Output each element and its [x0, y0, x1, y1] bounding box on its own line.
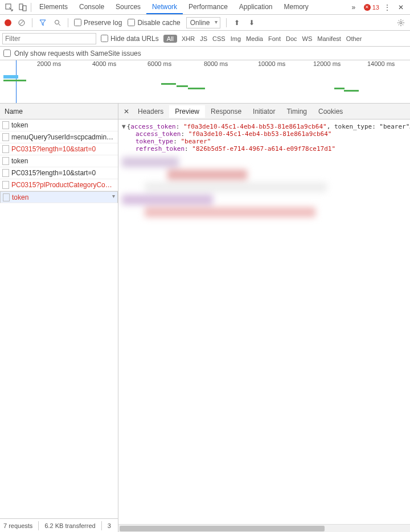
request-list: tokenmenuQuery?userId=scpcadmin…PC0315?l…: [0, 119, 118, 518]
preview-header-line: ▼{access_token: "f0a3de10-45c1-4eb4-bb53…: [122, 123, 410, 130]
detail-tab-initiator[interactable]: Initiator: [247, 105, 281, 118]
file-icon: [2, 169, 9, 177]
disable-cache-checkbox[interactable]: Disable cache: [128, 19, 180, 27]
error-indicator[interactable]: ✕13: [364, 4, 379, 11]
main-split: Name tokenmenuQuery?userId=scpcadmin…PC0…: [0, 104, 410, 532]
timeline-mark: 6000 ms: [147, 60, 171, 67]
tab-memory[interactable]: Memory: [278, 1, 314, 14]
detail-tab-timing[interactable]: Timing: [281, 105, 313, 118]
detail-tab-cookies[interactable]: Cookies: [313, 105, 348, 118]
filter-input[interactable]: [2, 33, 96, 44]
filter-type-img[interactable]: Img: [231, 35, 241, 42]
hide-data-urls-checkbox[interactable]: Hide data URLs: [101, 35, 159, 43]
separator: [68, 18, 68, 27]
throttling-select[interactable]: Online: [186, 17, 221, 28]
svg-line-6: [59, 24, 60, 26]
request-row[interactable]: token: [0, 191, 118, 203]
device-toggle-icon[interactable]: [17, 2, 28, 13]
preview-rows: access_token: "f0a3de10-45c1-4eb4-bb53-8…: [122, 130, 410, 152]
detail-tabs: ✕ HeadersPreviewResponseInitiatorTimingC…: [118, 104, 410, 119]
scrollbar-thumb[interactable]: [120, 526, 325, 531]
clear-icon[interactable]: [17, 18, 26, 27]
tab-elements[interactable]: Elements: [34, 1, 73, 14]
separator: [31, 3, 31, 12]
json-value: "826b5d5f-e714-4967-a614-e09f78ce17d1": [192, 145, 335, 152]
disable-cache-label: Disable cache: [137, 19, 180, 27]
filter-type-xhr[interactable]: XHR: [182, 35, 195, 42]
samesite-label: Only show requests with SameSite issues: [14, 50, 141, 57]
tab-application[interactable]: Application: [233, 1, 278, 14]
preserve-log-label: Preserve log: [84, 19, 122, 27]
filter-type-js[interactable]: JS: [200, 35, 207, 42]
upload-icon[interactable]: ⬆: [232, 18, 241, 27]
status-extra: 3: [108, 522, 111, 529]
request-row[interactable]: menuQuery?userId=scpcadmin…: [0, 131, 118, 143]
gear-icon[interactable]: [396, 18, 405, 27]
devtools-panel-tabs: ElementsConsoleSourcesNetworkPerformance…: [34, 1, 346, 14]
timeline-mark: 2000 ms: [37, 60, 61, 67]
devtools-top-bar: ElementsConsoleSourcesNetworkPerformance…: [0, 0, 410, 15]
filter-type-font[interactable]: Font: [268, 35, 281, 42]
status-transferred: 6.2 KB transferred: [44, 522, 95, 529]
more-tabs-icon[interactable]: »: [348, 2, 359, 13]
close-icon[interactable]: ✕: [395, 2, 407, 13]
timeline-bar: [344, 90, 359, 92]
network-toolbar: Preserve log Disable cache Online ⬆ ⬇: [0, 15, 410, 31]
timeline-cursor: [16, 60, 17, 103]
request-name: PC0315?length=10&start=0: [11, 145, 96, 153]
json-key: access_token: [136, 130, 181, 138]
inspect-icon[interactable]: [3, 2, 15, 13]
detail-tab-response[interactable]: Response: [205, 105, 247, 118]
file-icon: [2, 145, 9, 153]
kebab-menu-icon[interactable]: ⋮: [382, 2, 393, 13]
file-icon: [2, 181, 9, 189]
filter-bar: Hide data URLs All XHRJSCSSImgMediaFontD…: [0, 31, 410, 47]
detail-tab-headers[interactable]: Headers: [132, 105, 169, 118]
filter-type-media[interactable]: Media: [246, 35, 263, 42]
tab-sources[interactable]: Sources: [110, 1, 146, 14]
tab-console[interactable]: Console: [73, 1, 110, 14]
filter-type-doc[interactable]: Doc: [286, 35, 297, 42]
preview-row: token_type: "bearer": [122, 138, 410, 145]
preserve-log-checkbox[interactable]: Preserve log: [74, 19, 122, 27]
tab-performance[interactable]: Performance: [183, 1, 233, 14]
preview-row: access_token: "f0a3de10-45c1-4eb4-bb53-8…: [122, 130, 410, 138]
request-row[interactable]: PC0315?length=10&start=0: [0, 143, 118, 155]
json-key: access_token: [130, 123, 175, 130]
samesite-checkbox[interactable]: [3, 50, 11, 57]
detail-pane: ✕ HeadersPreviewResponseInitiatorTimingC…: [118, 104, 410, 532]
search-icon[interactable]: [53, 18, 62, 27]
download-icon[interactable]: ⬇: [247, 18, 256, 27]
request-row[interactable]: PC0315?plProductCategoryCod…: [0, 179, 118, 191]
waterfall-timeline[interactable]: 2000 ms4000 ms6000 ms8000 ms10000 ms1200…: [0, 60, 410, 104]
filter-type-other[interactable]: Other: [346, 35, 362, 42]
timeline-mark: 8000 ms: [204, 60, 228, 67]
timeline-mark: 14000 ms: [367, 60, 395, 67]
expand-toggle-icon[interactable]: ▼: [122, 123, 126, 130]
hide-data-urls-label: Hide data URLs: [110, 35, 159, 43]
request-row[interactable]: PC0315?length=10&start=0: [0, 167, 118, 179]
record-button[interactable]: [5, 19, 11, 26]
timeline-bar: [3, 80, 26, 81]
request-row[interactable]: token: [0, 119, 118, 131]
name-column-header[interactable]: Name: [0, 104, 118, 119]
filter-type-ws[interactable]: WS: [302, 35, 313, 42]
request-name: menuQuery?userId=scpcadmin…: [11, 133, 113, 141]
timeline-mark: 10000 ms: [258, 60, 285, 67]
close-detail-icon[interactable]: ✕: [121, 108, 132, 116]
throttling-value: Online: [190, 19, 210, 27]
preview-content[interactable]: ▼{access_token: "f0a3de10-45c1-4eb4-bb53…: [118, 119, 410, 524]
filter-type-css[interactable]: CSS: [212, 35, 226, 42]
json-value: "f0a3de10-45c1-4eb4-bb53-81e861a9cb64": [183, 123, 327, 130]
separator: [32, 18, 32, 27]
detail-tab-preview[interactable]: Preview: [169, 105, 205, 118]
request-row[interactable]: token: [0, 155, 118, 167]
file-icon: [2, 157, 9, 165]
blurred-region: [122, 157, 410, 217]
preview-row: refresh_token: "826b5d5f-e714-4967-a614-…: [122, 145, 410, 152]
filter-all-pill[interactable]: All: [163, 35, 177, 43]
horizontal-scrollbar[interactable]: [118, 524, 410, 532]
tab-network[interactable]: Network: [146, 1, 183, 14]
filter-icon[interactable]: [38, 18, 47, 27]
filter-type-manifest[interactable]: Manifest: [317, 35, 341, 42]
